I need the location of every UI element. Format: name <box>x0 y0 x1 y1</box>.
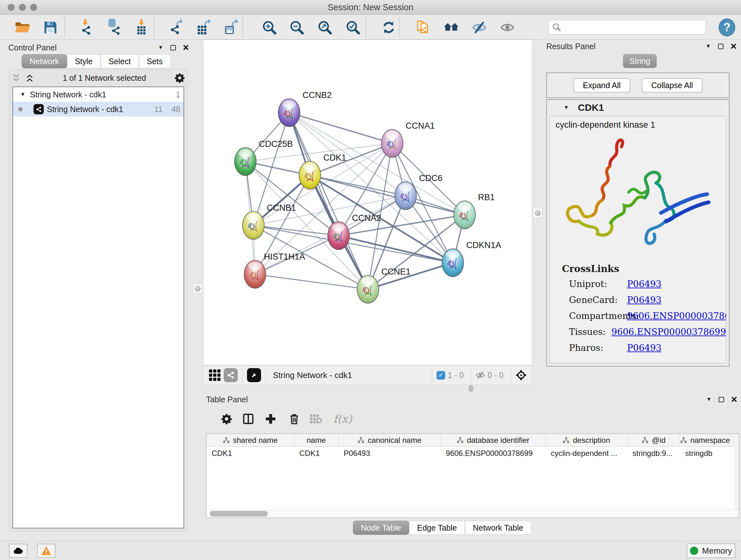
section-expand-icon[interactable]: ▼ <box>563 105 569 111</box>
tab-network-table[interactable]: Network Table <box>465 521 531 535</box>
collection-expand-icon[interactable]: ▼ <box>20 91 25 98</box>
scrollbar-thumb[interactable] <box>210 511 268 516</box>
column-header-name[interactable]: name <box>294 434 339 446</box>
close-window-icon[interactable] <box>8 4 15 11</box>
tab-style[interactable]: Style <box>67 54 101 68</box>
hide-selected-button[interactable] <box>470 18 489 37</box>
zoom-in-button[interactable] <box>260 18 279 37</box>
show-columns-button[interactable] <box>241 411 256 427</box>
panel-menu-icon[interactable]: ▼ <box>158 44 163 51</box>
table-cell[interactable]: CDK1 <box>294 449 339 458</box>
expand-all-icon[interactable] <box>25 73 34 82</box>
right-splitter-handle[interactable] <box>533 208 542 218</box>
export-network-button[interactable] <box>167 18 186 37</box>
crosslink-value-link[interactable]: P06493 <box>627 279 662 289</box>
network-edge[interactable] <box>289 113 392 143</box>
table-settings-button[interactable] <box>219 411 234 427</box>
import-table-file-button[interactable] <box>133 18 152 37</box>
network-row[interactable]: String Network - cdk1 11 48 <box>13 102 184 117</box>
open-session-button[interactable] <box>13 18 32 37</box>
window-controls[interactable] <box>8 4 37 11</box>
collapse-all-button[interactable]: Collapse All <box>642 78 703 92</box>
help-button[interactable]: ? <box>719 18 735 37</box>
node-label-ccne1: CCNE1 <box>381 267 411 276</box>
crosslink-value-link[interactable]: P06493 <box>627 295 662 305</box>
float-panel-icon[interactable] <box>171 45 176 51</box>
network-edge[interactable] <box>289 113 368 289</box>
hidden-counts: 0 - 0 <box>488 371 503 380</box>
network-selection-status: 1 of 1 Network selected <box>34 73 175 83</box>
gear-icon[interactable] <box>175 73 185 83</box>
import-network-file-button[interactable] <box>77 18 96 37</box>
tab-select[interactable]: Select <box>100 54 138 68</box>
node-label-cdc25b: CDC25B <box>259 139 293 149</box>
close-panel-icon[interactable]: × <box>183 44 189 51</box>
fit-content-button[interactable] <box>315 18 334 37</box>
crosslink-value-link[interactable]: P06493 <box>627 343 662 353</box>
node-gloss <box>239 149 252 157</box>
search-icon <box>552 23 561 31</box>
export-image-button[interactable] <box>222 18 241 37</box>
save-session-button[interactable] <box>41 18 60 37</box>
table-cell[interactable]: P06493 <box>339 449 441 458</box>
network-edge[interactable] <box>253 226 339 236</box>
delete-table-button[interactable] <box>308 411 324 427</box>
network-type-icon <box>33 104 44 114</box>
search-input[interactable] <box>564 23 702 32</box>
arrow-down-icon <box>138 19 145 26</box>
zoom-selected-button[interactable] <box>343 18 362 37</box>
tab-node-table[interactable]: Node Table <box>353 521 409 535</box>
close-panel-icon[interactable]: × <box>731 43 737 50</box>
refresh-button[interactable] <box>379 18 398 37</box>
crosshair-icon[interactable] <box>515 369 527 381</box>
network-edge[interactable] <box>339 236 453 263</box>
zoom-window-icon[interactable] <box>30 4 37 11</box>
column-header-database-identifier[interactable]: database identifier <box>441 434 546 446</box>
first-neighbors-button[interactable] <box>442 18 461 37</box>
function-builder-button[interactable]: f(x) <box>330 411 355 427</box>
expand-all-button[interactable]: Expand All <box>574 78 630 92</box>
cloud-status-button[interactable] <box>9 544 27 558</box>
collapse-all-icon[interactable] <box>12 73 21 82</box>
crosslink-value-link[interactable]: 9606.ENSP00000378699 <box>627 311 726 321</box>
node-gloss <box>303 163 317 171</box>
export-table-button[interactable] <box>195 18 214 37</box>
add-column-button[interactable] <box>263 411 278 427</box>
float-panel-icon[interactable] <box>718 44 724 49</box>
memory-button[interactable]: Memory <box>687 543 735 558</box>
import-network-database-button[interactable] <box>105 18 124 37</box>
gene-section-header[interactable]: ▼ CDK1 <box>547 100 729 115</box>
tab-string[interactable]: String <box>623 54 657 68</box>
node-label-ccnb2: CCNB2 <box>302 90 332 100</box>
column-header-shared-name[interactable]: shared name <box>206 434 294 446</box>
show-all-button[interactable] <box>498 18 517 37</box>
left-splitter-handle[interactable] <box>193 284 202 294</box>
string-import-button[interactable] <box>414 18 433 37</box>
view-share-icon[interactable] <box>224 368 238 382</box>
minimize-window-icon[interactable] <box>19 4 26 11</box>
warning-status-button[interactable] <box>37 544 56 558</box>
birds-eye-view-icon[interactable] <box>247 368 261 382</box>
horizontal-splitter-handle[interactable] <box>468 385 474 392</box>
network-list: ▼ String Network - cdk1 1 String Network… <box>12 86 184 528</box>
view-grid-icon[interactable] <box>209 369 220 381</box>
gene-section: ▼ CDK1 cyclin-dependent kinase 1 <box>546 99 730 367</box>
network-view-canvas[interactable]: CCNB2CCNA1CDC25BCDK1CDC6RB1CCNB1CCNA2HIS… <box>203 40 532 365</box>
panel-menu-icon[interactable]: ▼ <box>705 43 711 50</box>
network-share-icon <box>170 24 180 35</box>
delete-column-button[interactable] <box>286 411 302 427</box>
network-collection-row[interactable]: ▼ String Network - cdk1 1 <box>13 87 184 102</box>
zoom-selected-icon <box>346 20 360 35</box>
column-header-canonical-name[interactable]: canonical name <box>339 434 441 446</box>
status-bar: Memory <box>0 541 741 560</box>
network-edge[interactable] <box>255 274 368 289</box>
crosslink-value-link[interactable]: 9606.ENSP00000378699 <box>611 327 726 337</box>
tab-network[interactable]: Network <box>22 54 67 68</box>
selected-checkbox-icon[interactable]: ✓ <box>436 371 445 380</box>
tab-sets[interactable]: Sets <box>139 54 171 68</box>
tab-edge-table[interactable]: Edge Table <box>409 521 465 535</box>
table-cell[interactable]: 9606.ENSP00000378699 <box>441 449 546 458</box>
zoom-out-button[interactable] <box>287 18 307 37</box>
crosslink-label: GeneCard: <box>569 295 627 305</box>
table-cell[interactable]: CDK1 <box>206 449 294 458</box>
